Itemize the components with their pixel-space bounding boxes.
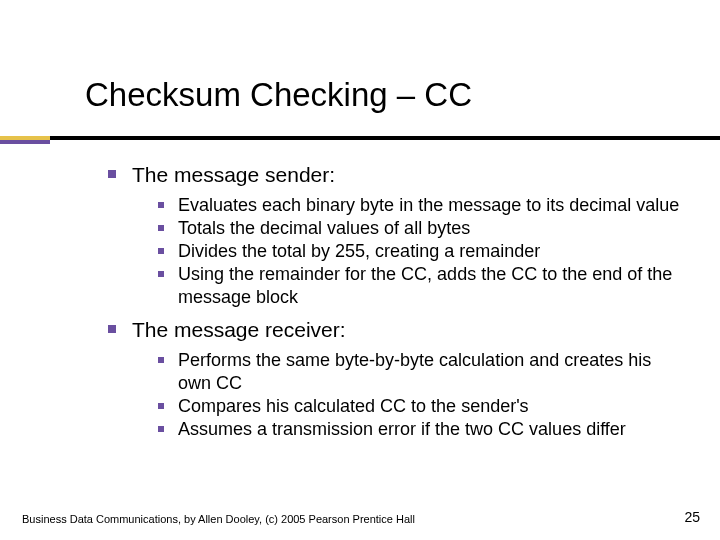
title-block: Checksum Checking – CC bbox=[85, 76, 472, 114]
body-text: Compares his calculated CC to the sender… bbox=[178, 395, 529, 418]
body-text: Assumes a transmission error if the two … bbox=[178, 418, 626, 441]
square-bullet-icon bbox=[158, 426, 164, 432]
square-bullet-icon bbox=[108, 325, 116, 333]
square-bullet-icon bbox=[158, 248, 164, 254]
square-bullet-icon bbox=[158, 271, 164, 277]
content-area: The message sender: Evaluates each binar… bbox=[108, 160, 688, 449]
list-item: Evaluates each binary byte in the messag… bbox=[158, 194, 688, 217]
square-bullet-icon bbox=[158, 403, 164, 409]
list-item: Assumes a transmission error if the two … bbox=[158, 418, 688, 441]
body-text: Divides the total by 255, creating a rem… bbox=[178, 240, 540, 263]
sub-list: Evaluates each binary byte in the messag… bbox=[158, 194, 688, 309]
page-number: 25 bbox=[684, 509, 700, 525]
list-item: Compares his calculated CC to the sender… bbox=[158, 395, 688, 418]
list-item: Using the remainder for the CC, adds the… bbox=[158, 263, 688, 309]
body-text: Using the remainder for the CC, adds the… bbox=[178, 263, 688, 309]
list-item: The message receiver: bbox=[108, 317, 688, 343]
slide: Checksum Checking – CC The message sende… bbox=[0, 0, 720, 540]
square-bullet-icon bbox=[158, 357, 164, 363]
body-text: Performs the same byte-by-byte calculati… bbox=[178, 349, 688, 395]
accent-bar-purple bbox=[0, 140, 50, 144]
slide-title: Checksum Checking – CC bbox=[85, 76, 472, 113]
body-text: Totals the decimal values of all bytes bbox=[178, 217, 470, 240]
square-bullet-icon bbox=[108, 170, 116, 178]
body-text: Evaluates each binary byte in the messag… bbox=[178, 194, 679, 217]
footer-text: Business Data Communications, by Allen D… bbox=[22, 513, 415, 525]
heading-text: The message receiver: bbox=[132, 317, 346, 343]
square-bullet-icon bbox=[158, 225, 164, 231]
list-item: Totals the decimal values of all bytes bbox=[158, 217, 688, 240]
heading-text: The message sender: bbox=[132, 162, 335, 188]
list-item: The message sender: bbox=[108, 162, 688, 188]
square-bullet-icon bbox=[158, 202, 164, 208]
sub-list: Performs the same byte-by-byte calculati… bbox=[158, 349, 688, 441]
divider-line bbox=[50, 136, 720, 140]
list-item: Divides the total by 255, creating a rem… bbox=[158, 240, 688, 263]
list-item: Performs the same byte-by-byte calculati… bbox=[158, 349, 688, 395]
